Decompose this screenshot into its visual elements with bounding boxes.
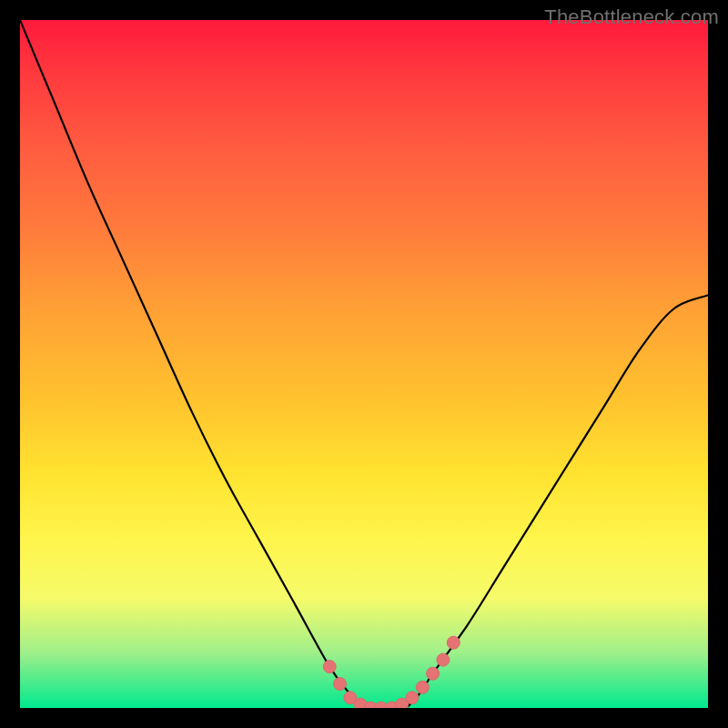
plot-area — [20, 20, 708, 708]
bottleneck-curve — [20, 20, 708, 708]
valley-marker — [427, 667, 440, 680]
valley-marker — [334, 678, 347, 691]
chart-svg — [20, 20, 708, 708]
watermark-text: TheBottleneck.com — [544, 5, 719, 29]
valley-marker — [323, 661, 336, 673]
outer-frame: TheBottleneck.com — [0, 0, 728, 728]
valley-marker — [447, 636, 460, 649]
valley-markers — [323, 636, 460, 708]
valley-marker — [437, 653, 450, 666]
valley-marker — [406, 692, 419, 704]
valley-marker — [416, 681, 429, 693]
